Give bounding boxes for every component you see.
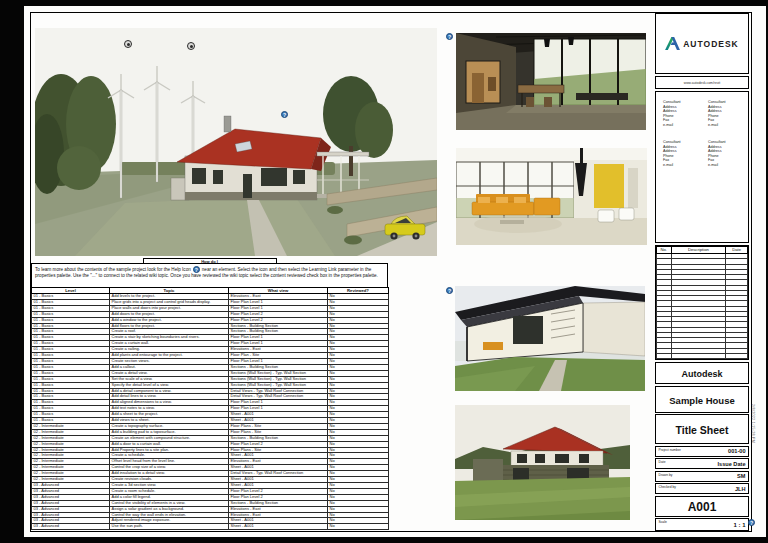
howdoi-table: Level Topic What view Reviewed? 01 - Bas…	[31, 287, 389, 530]
schedule-title: How do I	[143, 258, 277, 264]
revision-col-date: Date	[726, 247, 748, 254]
consultants-box: ConsultantAddressAddressPhoneFaxe-mailCo…	[655, 91, 749, 243]
autodesk-logo-icon	[665, 37, 680, 50]
help-icon[interactable]: ?	[281, 111, 288, 118]
autodesk-wordmark: AUTODESK	[683, 39, 739, 49]
titleblock-column: AUTODESK www.autodesk.com/revit Consulta…	[655, 13, 749, 531]
scale-label: Scale	[659, 520, 667, 524]
howdoi-cell: Sheet - A001	[229, 524, 328, 530]
instructions-pre: To learn more about the contents of the …	[35, 267, 191, 272]
page-background: { "howdoi": { "title": "How do I", "inst…	[0, 0, 768, 543]
sheet-number: A001	[655, 496, 749, 517]
main-exterior-rendering	[35, 28, 437, 256]
autodesk-logo-box: AUTODESK	[655, 13, 749, 74]
revision-table: No. Description Date	[656, 246, 748, 359]
scale-value: 1 : 1	[733, 522, 745, 528]
revision-col-description: Description	[671, 247, 726, 254]
autodesk-url: www.autodesk.com/revit	[655, 76, 749, 89]
sheet-title: Title Sheet	[655, 414, 749, 444]
revision-row	[657, 353, 748, 358]
consultant-block: ConsultantAddressAddressPhoneFaxe-mail	[708, 140, 741, 167]
print-timestamp: 2/8/2022 1:15:28 PM	[751, 404, 755, 476]
titleblock-field: DateIssue Date	[655, 458, 749, 469]
consultant-block: ConsultantAddressAddressPhoneFaxe-mail	[663, 100, 696, 127]
schedule-instructions: To learn more about the contents of the …	[31, 263, 388, 288]
howdoi-cell: No	[328, 524, 389, 530]
exterior-eyelevel-rendering	[455, 405, 630, 520]
howdoi-cell: 03 - Advanced	[32, 524, 110, 530]
help-icon: ?	[193, 266, 200, 273]
section-perspective-rendering	[455, 286, 645, 391]
target-marker-icon[interactable]	[187, 42, 195, 50]
scale-row: Scale 1 : 1	[655, 518, 749, 531]
revision-table-box: No. Description Date	[655, 245, 749, 360]
titleblock-field: Drawn bySM	[655, 471, 749, 482]
revision-col-no: No.	[657, 247, 672, 254]
titleblock-field: Checked byJLH	[655, 483, 749, 494]
help-icon[interactable]: ?	[446, 33, 453, 40]
consultant-block: ConsultantAddressAddressPhoneFaxe-mail	[663, 140, 696, 167]
revision-header-row: No. Description Date	[657, 247, 748, 254]
howdoi-row: 03 - AdvancedUse the sun path.Sheet - A0…	[32, 524, 389, 530]
interior-living-room-rendering	[456, 148, 647, 245]
help-icon[interactable]: ?	[446, 287, 453, 294]
client-name: Autodesk	[655, 362, 749, 384]
help-icon[interactable]: ?	[748, 519, 755, 526]
target-marker-icon[interactable]	[124, 40, 132, 48]
project-name: Sample House	[655, 386, 749, 413]
titleblock-info: Autodesk Sample House Title Sheet Projec…	[655, 362, 749, 531]
drawing-sheet: ? ? ? ? How do I To learn more about the…	[24, 6, 766, 537]
titleblock-field: Project number001-00	[655, 446, 749, 457]
consultant-block: ConsultantAddressAddressPhoneFaxe-mail	[708, 100, 741, 127]
interior-kitchen-rendering	[456, 33, 646, 130]
howdoi-schedule: How do I To learn more about the content…	[31, 258, 388, 530]
howdoi-cell: Use the sun path.	[110, 524, 229, 530]
